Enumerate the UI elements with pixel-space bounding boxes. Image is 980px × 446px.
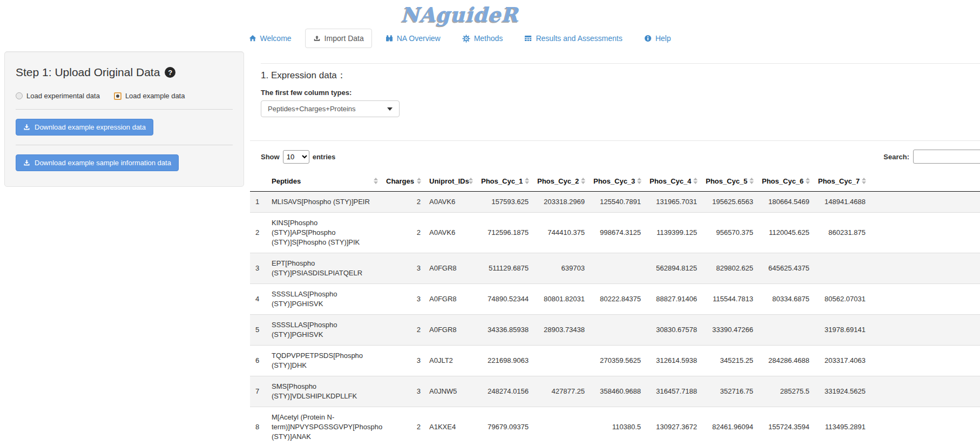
table-row: 5SSSSLLAS[Phospho (STY)]PGHISVK2A0FGR834… (250, 315, 980, 346)
filler-cell (870, 213, 980, 253)
tab-results-assessments[interactable]: Results and Assessments (516, 29, 630, 48)
table-cell: 157593.625 (477, 192, 533, 213)
download-example-expression-data-button[interactable]: Download example expression data (16, 119, 153, 136)
table-cell: 110380.5 (589, 407, 645, 446)
page-header: NAguideR Welcome Import Data NA Overview… (0, 0, 980, 48)
tab-label: Results and Assessments (536, 34, 622, 43)
tab-import-data[interactable]: Import Data (305, 29, 372, 48)
table-row: 4SSSSLLAS[Phospho (STY)]PGHISVK3A0FGR874… (250, 284, 980, 315)
table-cell: A0FGR8 (425, 284, 477, 315)
table-cell: 284286.4688 (758, 346, 814, 376)
table-cell: 744410.375 (533, 213, 589, 253)
divider (250, 140, 980, 141)
table-cell: SSSSLLAS[Phospho (STY)]PGHISVK (267, 284, 382, 315)
show-label: Show (261, 153, 280, 161)
table-cell (758, 315, 814, 346)
column-header-peptides[interactable]: Peptides (267, 171, 382, 192)
table-row: 7SMS[Phospho (STY)]VDLSHIPLKDPLLFK3A0JNW… (250, 376, 980, 407)
column-header-phos_cyc_7[interactable]: Phos_Cyc_7 (814, 171, 870, 192)
panel-title-text: Step 1: Upload Original Data (16, 66, 160, 79)
row-number-cell: 8 (250, 407, 267, 446)
column-header-label: Peptides (272, 177, 301, 185)
table-cell: 34336.85938 (477, 315, 533, 346)
tab-label: Import Data (325, 34, 364, 43)
app-logo: NAguideR (401, 3, 519, 26)
download-example-sample-information-data-button[interactable]: Download example sample information data (16, 154, 179, 171)
table-row: 1MLISAVS[Phospho (STY)]PEIR2A0AVK6157593… (250, 192, 980, 213)
table-cell: 203318.2969 (533, 192, 589, 213)
table-cell: 998674.3125 (589, 213, 645, 253)
sort-icon (806, 178, 810, 184)
tab-methods[interactable]: Methods (454, 29, 511, 48)
sort-icon (581, 178, 585, 184)
button-label: Download example sample information data (35, 159, 171, 167)
sort-icon (862, 178, 866, 184)
table-cell: 645625.4375 (758, 253, 814, 284)
radio-load-experimental-data[interactable]: Load experimental data (16, 92, 100, 100)
column-header-phos_cyc_2[interactable]: Phos_Cyc_2 (533, 171, 589, 192)
column-header-uniprot_ids[interactable]: Uniprot_IDs (425, 171, 477, 192)
table-cell: 712596.1875 (477, 213, 533, 253)
filler-cell (870, 346, 980, 376)
filler-cell (870, 376, 980, 407)
filler-cell (870, 407, 980, 446)
row-number-cell: 4 (250, 284, 267, 315)
column-header-charges[interactable]: Charges (382, 171, 425, 192)
radio-unselected-icon[interactable] (16, 92, 23, 99)
table-cell: A0AVK6 (425, 213, 477, 253)
tab-na-overview[interactable]: NA Overview (377, 29, 449, 48)
column-header-label: Phos_Cyc_1 (481, 177, 523, 185)
table-cell: 31978.69141 (814, 315, 870, 346)
table-cell: 3 (382, 253, 425, 284)
column-types-label: The first few column types: (261, 89, 980, 97)
column-header-phos_cyc_3[interactable]: Phos_Cyc_3 (589, 171, 645, 192)
home-icon (249, 35, 256, 42)
table-cell: 1120045.625 (758, 213, 814, 253)
question-circle-icon[interactable]: ? (165, 67, 175, 78)
sort-icon (693, 178, 698, 184)
table-cell: 427877.25 (533, 376, 589, 407)
upload-icon (313, 35, 321, 42)
filler-header (870, 171, 980, 192)
column-types-select[interactable]: Peptides+Charges+Proteins (261, 100, 400, 117)
divider (16, 109, 233, 110)
table-cell: 125540.7891 (589, 192, 645, 213)
table-cell: 221698.9063 (477, 346, 533, 376)
table-cell: 80801.82031 (533, 284, 589, 315)
sort-icon (749, 178, 754, 184)
table-cell: 511129.6875 (477, 253, 533, 284)
table-cell: 562894.8125 (645, 253, 701, 284)
table-cell: 80334.6875 (758, 284, 814, 315)
search-input[interactable] (913, 150, 980, 164)
sort-icon (374, 178, 378, 184)
table-row: 8M[Acetyl (Protein N-term)]NPVYSPGSSGVPY… (250, 407, 980, 446)
table-cell (533, 346, 589, 376)
table-cell: 248274.0156 (477, 376, 533, 407)
column-header-phos_cyc_6[interactable]: Phos_Cyc_6 (758, 171, 814, 192)
column-header-label: Phos_Cyc_5 (706, 177, 747, 185)
tab-help[interactable]: Help (636, 29, 679, 48)
table-cell: A0FGR8 (425, 315, 477, 346)
table-cell: A1KXE4 (425, 407, 477, 446)
column-header-phos_cyc_5[interactable]: Phos_Cyc_5 (701, 171, 758, 192)
table-cell: 2 (382, 213, 425, 253)
tab-welcome[interactable]: Welcome (241, 29, 300, 48)
radio-load-example-data[interactable]: Load example data (114, 92, 185, 100)
column-header-label: Phos_Cyc_4 (650, 177, 691, 185)
row-number-cell: 3 (250, 253, 267, 284)
table-row: 6TQDPVPPETPSDS[Phospho (STY)]DHK3A0JLT22… (250, 346, 980, 376)
sort-icon (469, 178, 473, 184)
column-header-phos_cyc_4[interactable]: Phos_Cyc_4 (645, 171, 701, 192)
table-icon (524, 35, 532, 42)
table-cell: 155724.3594 (758, 407, 814, 446)
radio-selected-icon[interactable] (114, 92, 121, 100)
page-length-select[interactable]: 10 (283, 150, 309, 164)
divider (261, 63, 980, 64)
filler-cell (870, 315, 980, 346)
filler-cell (870, 284, 980, 315)
table-cell: M[Acetyl (Protein N-term)]NPVYSPGSSGVPY[… (267, 407, 382, 446)
column-header-label: Phos_Cyc_3 (593, 177, 635, 185)
table-cell: 130927.3672 (645, 407, 701, 446)
column-header-phos_cyc_1[interactable]: Phos_Cyc_1 (477, 171, 533, 192)
table-cell: 345215.25 (701, 346, 758, 376)
